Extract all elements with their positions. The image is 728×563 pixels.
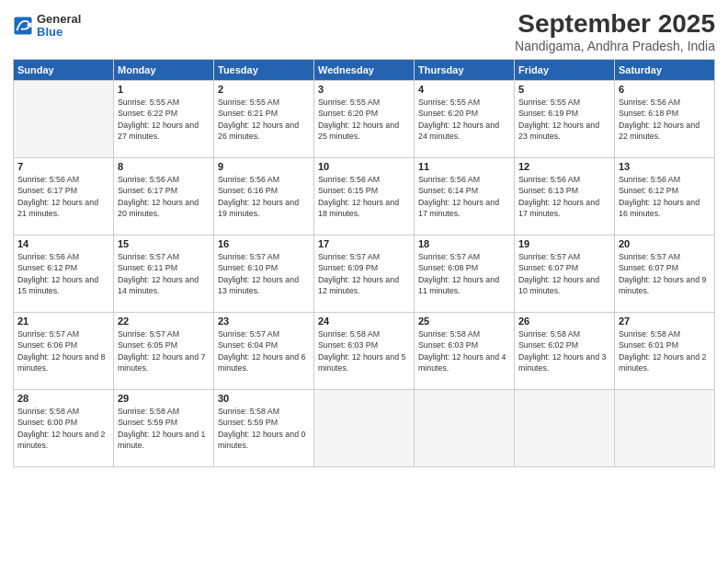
- calendar-day-cell: 22Sunrise: 5:57 AMSunset: 6:05 PMDayligh…: [114, 313, 214, 390]
- logo-line1: General: [37, 13, 81, 26]
- day-info: Sunrise: 5:56 AMSunset: 6:17 PMDaylight:…: [118, 174, 210, 219]
- calendar-day-cell: [615, 390, 715, 467]
- calendar-day-cell: [314, 390, 415, 467]
- day-info: Sunrise: 5:56 AMSunset: 6:16 PMDaylight:…: [218, 174, 310, 219]
- day-info: Sunrise: 5:56 AMSunset: 6:18 PMDaylight:…: [619, 97, 711, 142]
- day-info: Sunrise: 5:58 AMSunset: 6:00 PMDaylight:…: [17, 406, 109, 451]
- calendar-header-row: SundayMondayTuesdayWednesdayThursdayFrid…: [14, 60, 715, 81]
- day-info: Sunrise: 5:58 AMSunset: 5:59 PMDaylight:…: [118, 406, 210, 451]
- day-number: 14: [17, 238, 109, 249]
- day-info: Sunrise: 5:56 AMSunset: 6:12 PMDaylight:…: [619, 174, 711, 219]
- calendar-day-cell: 5Sunrise: 5:55 AMSunset: 6:19 PMDaylight…: [515, 81, 615, 158]
- day-number: 19: [518, 238, 610, 249]
- calendar-day-cell: 10Sunrise: 5:56 AMSunset: 6:15 PMDayligh…: [314, 158, 415, 236]
- calendar-day-cell: 7Sunrise: 5:56 AMSunset: 6:17 PMDaylight…: [14, 158, 114, 236]
- calendar-day-cell: 24Sunrise: 5:58 AMSunset: 6:03 PMDayligh…: [314, 313, 415, 390]
- day-number: 21: [17, 316, 109, 327]
- day-number: 27: [619, 316, 711, 327]
- calendar-day-cell: 15Sunrise: 5:57 AMSunset: 6:11 PMDayligh…: [114, 236, 214, 313]
- calendar-day-cell: 16Sunrise: 5:57 AMSunset: 6:10 PMDayligh…: [214, 236, 314, 313]
- day-info: Sunrise: 5:56 AMSunset: 6:12 PMDaylight:…: [17, 251, 109, 296]
- logo-text: General Blue: [37, 13, 81, 40]
- calendar-day-cell: 20Sunrise: 5:57 AMSunset: 6:07 PMDayligh…: [615, 236, 715, 313]
- day-info: Sunrise: 5:58 AMSunset: 5:59 PMDaylight:…: [218, 406, 310, 451]
- day-info: Sunrise: 5:58 AMSunset: 6:03 PMDaylight:…: [418, 328, 510, 373]
- day-number: 20: [619, 238, 711, 249]
- day-info: Sunrise: 5:55 AMSunset: 6:19 PMDaylight:…: [518, 97, 610, 142]
- day-info: Sunrise: 5:57 AMSunset: 6:09 PMDaylight:…: [318, 251, 410, 296]
- calendar-day-cell: 9Sunrise: 5:56 AMSunset: 6:16 PMDaylight…: [214, 158, 314, 236]
- calendar-day-cell: [515, 390, 615, 467]
- day-info: Sunrise: 5:58 AMSunset: 6:01 PMDaylight:…: [619, 328, 711, 373]
- day-number: 23: [218, 316, 310, 327]
- main-title: September 2025: [515, 9, 715, 39]
- calendar-day-cell: 19Sunrise: 5:57 AMSunset: 6:07 PMDayligh…: [515, 236, 615, 313]
- calendar-day-cell: 28Sunrise: 5:58 AMSunset: 6:00 PMDayligh…: [14, 390, 114, 467]
- day-number: 7: [17, 161, 109, 172]
- calendar-day-cell: 26Sunrise: 5:58 AMSunset: 6:02 PMDayligh…: [515, 313, 615, 390]
- calendar-day-cell: 4Sunrise: 5:55 AMSunset: 6:20 PMDaylight…: [415, 81, 515, 158]
- calendar-day-cell: 25Sunrise: 5:58 AMSunset: 6:03 PMDayligh…: [415, 313, 515, 390]
- day-info: Sunrise: 5:55 AMSunset: 6:20 PMDaylight:…: [318, 97, 410, 142]
- day-info: Sunrise: 5:57 AMSunset: 6:10 PMDaylight:…: [218, 251, 310, 296]
- calendar-week-row: 21Sunrise: 5:57 AMSunset: 6:06 PMDayligh…: [14, 313, 715, 390]
- day-number: 28: [17, 393, 109, 404]
- day-number: 4: [418, 84, 510, 95]
- day-number: 12: [518, 161, 610, 172]
- calendar-day-cell: 8Sunrise: 5:56 AMSunset: 6:17 PMDaylight…: [114, 158, 214, 236]
- day-number: 8: [118, 161, 210, 172]
- day-info: Sunrise: 5:57 AMSunset: 6:07 PMDaylight:…: [518, 251, 610, 296]
- day-number: 10: [318, 161, 410, 172]
- day-number: 3: [318, 84, 410, 95]
- calendar-day-cell: 17Sunrise: 5:57 AMSunset: 6:09 PMDayligh…: [314, 236, 415, 313]
- day-number: 29: [118, 393, 210, 404]
- calendar-weekday: Friday: [515, 60, 615, 81]
- day-info: Sunrise: 5:55 AMSunset: 6:21 PMDaylight:…: [218, 97, 310, 142]
- calendar-day-cell: 14Sunrise: 5:56 AMSunset: 6:12 PMDayligh…: [14, 236, 114, 313]
- day-number: 26: [518, 316, 610, 327]
- subtitle: Nandigama, Andhra Pradesh, India: [515, 39, 715, 53]
- calendar-day-cell: 12Sunrise: 5:56 AMSunset: 6:13 PMDayligh…: [515, 158, 615, 236]
- day-number: 1: [118, 84, 210, 95]
- day-info: Sunrise: 5:56 AMSunset: 6:14 PMDaylight:…: [418, 174, 510, 219]
- calendar-day-cell: 1Sunrise: 5:55 AMSunset: 6:22 PMDaylight…: [114, 81, 214, 158]
- day-number: 11: [418, 161, 510, 172]
- day-number: 13: [619, 161, 711, 172]
- calendar-week-row: 1Sunrise: 5:55 AMSunset: 6:22 PMDaylight…: [14, 81, 715, 158]
- day-info: Sunrise: 5:57 AMSunset: 6:07 PMDaylight:…: [619, 251, 711, 296]
- day-number: 24: [318, 316, 410, 327]
- calendar-table: SundayMondayTuesdayWednesdayThursdayFrid…: [13, 59, 715, 467]
- day-number: 9: [218, 161, 310, 172]
- calendar-day-cell: 3Sunrise: 5:55 AMSunset: 6:20 PMDaylight…: [314, 81, 415, 158]
- day-info: Sunrise: 5:57 AMSunset: 6:05 PMDaylight:…: [118, 328, 210, 373]
- calendar-week-row: 28Sunrise: 5:58 AMSunset: 6:00 PMDayligh…: [14, 390, 715, 467]
- day-info: Sunrise: 5:57 AMSunset: 6:08 PMDaylight:…: [418, 251, 510, 296]
- calendar-day-cell: 13Sunrise: 5:56 AMSunset: 6:12 PMDayligh…: [615, 158, 715, 236]
- day-number: 25: [418, 316, 510, 327]
- day-info: Sunrise: 5:55 AMSunset: 6:20 PMDaylight:…: [418, 97, 510, 142]
- day-info: Sunrise: 5:55 AMSunset: 6:22 PMDaylight:…: [118, 97, 210, 142]
- logo-icon: [13, 16, 33, 36]
- day-info: Sunrise: 5:58 AMSunset: 6:02 PMDaylight:…: [518, 328, 610, 373]
- calendar-weekday: Tuesday: [214, 60, 314, 81]
- calendar-weekday: Wednesday: [314, 60, 415, 81]
- calendar-day-cell: 18Sunrise: 5:57 AMSunset: 6:08 PMDayligh…: [415, 236, 515, 313]
- day-info: Sunrise: 5:57 AMSunset: 6:11 PMDaylight:…: [118, 251, 210, 296]
- day-number: 18: [418, 238, 510, 249]
- day-info: Sunrise: 5:56 AMSunset: 6:15 PMDaylight:…: [318, 174, 410, 219]
- day-info: Sunrise: 5:56 AMSunset: 6:17 PMDaylight:…: [17, 174, 109, 219]
- day-info: Sunrise: 5:57 AMSunset: 6:04 PMDaylight:…: [218, 328, 310, 373]
- logo-line2: Blue: [37, 26, 81, 39]
- day-number: 2: [218, 84, 310, 95]
- calendar-week-row: 7Sunrise: 5:56 AMSunset: 6:17 PMDaylight…: [14, 158, 715, 236]
- calendar-week-row: 14Sunrise: 5:56 AMSunset: 6:12 PMDayligh…: [14, 236, 715, 313]
- day-number: 30: [218, 393, 310, 404]
- calendar-day-cell: 29Sunrise: 5:58 AMSunset: 5:59 PMDayligh…: [114, 390, 214, 467]
- calendar-day-cell: 21Sunrise: 5:57 AMSunset: 6:06 PMDayligh…: [14, 313, 114, 390]
- calendar-day-cell: 30Sunrise: 5:58 AMSunset: 5:59 PMDayligh…: [214, 390, 314, 467]
- day-info: Sunrise: 5:56 AMSunset: 6:13 PMDaylight:…: [518, 174, 610, 219]
- day-number: 6: [619, 84, 711, 95]
- day-number: 16: [218, 238, 310, 249]
- calendar-day-cell: [14, 81, 114, 158]
- calendar-weekday: Thursday: [415, 60, 515, 81]
